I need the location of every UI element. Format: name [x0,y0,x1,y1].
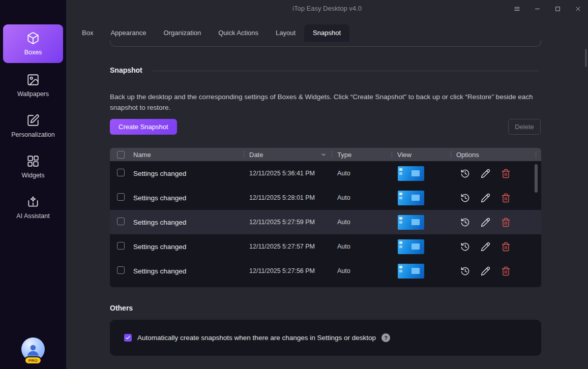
snapshot-thumbnail[interactable] [398,166,424,181]
row-name: Settings changed [133,243,249,251]
pencil-icon [481,242,490,252]
tab-bar: Box Appearance Organization Quick Action… [73,17,349,42]
delete-row-button[interactable] [500,217,511,228]
row-date: 12/11/2025 5:27:59 PM [249,219,337,226]
table-row[interactable]: Settings changed 12/11/2025 5:28:01 PM A… [110,186,541,210]
app-window: Boxes Wallpapers Personalization [0,0,588,369]
snapshot-thumbnail[interactable] [398,239,424,254]
auto-snapshot-label: Automatically create snapshots when ther… [137,334,376,342]
window-title: iTop Easy Desktop v4.0 [292,5,362,12]
maximize-icon [554,5,562,13]
titlebar: iTop Easy Desktop v4.0 [66,0,588,17]
row-name: Settings changed [133,267,249,275]
trash-icon [501,218,511,227]
minimize-icon [534,5,541,13]
edit-square-icon [26,114,40,127]
minimize-button[interactable] [527,0,547,17]
sidebar-item-widgets[interactable]: Widgets [3,147,63,186]
pencil-icon [481,169,490,178]
profile-area: PRO [0,337,66,361]
pencil-icon [481,266,490,276]
window-scrollbar-thumb[interactable] [585,49,587,67]
row-type: Auto [337,194,397,201]
tab-box[interactable]: Box [73,24,102,42]
edit-button[interactable] [480,192,491,203]
tab-layout[interactable]: Layout [267,24,304,42]
hamburger-icon [513,5,521,13]
delete-row-button[interactable] [500,192,511,203]
sidebar-item-label: Boxes [24,49,42,56]
restore-history-icon [460,266,470,276]
delete-row-button[interactable] [500,265,511,276]
snapshot-thumbnail[interactable] [398,191,424,205]
restore-button[interactable] [459,192,471,203]
row-checkbox[interactable] [117,169,125,176]
window-controls [507,0,588,17]
sidebar-item-ai-assistant[interactable]: AI Assistant [3,188,63,227]
sidebar-item-wallpapers[interactable]: Wallpapers [3,66,63,105]
restore-button[interactable] [459,168,471,179]
row-type: Auto [337,170,397,177]
table-row[interactable]: Settings changed 12/11/2025 5:27:57 PM A… [110,234,541,259]
restore-button[interactable] [459,217,471,228]
chevron-down-icon[interactable] [320,151,327,158]
row-date: 12/11/2025 5:28:01 PM [249,194,337,201]
others-panel: Automatically create snapshots when ther… [110,320,541,356]
snapshot-table: Name Date Type View Options Settings cha… [110,148,541,287]
sidebar-item-personalization[interactable]: Personalization [3,107,63,145]
snapshot-thumbnail[interactable] [398,264,424,279]
main-content: iTop Easy Desktop v4.0 Box [66,0,588,369]
table-row[interactable]: Settings changed 12/11/2025 5:27:59 PM A… [110,210,541,234]
edit-button[interactable] [480,241,491,252]
trash-icon [501,266,511,276]
restore-button[interactable] [459,241,471,252]
edit-button[interactable] [480,265,491,276]
edit-button[interactable] [480,168,491,179]
restore-history-icon [460,218,470,227]
row-date: 12/11/2025 5:36:41 PM [249,170,337,177]
tab-appearance[interactable]: Appearance [102,24,155,42]
box-icon [26,32,40,45]
row-date: 12/11/2025 5:27:56 PM [249,267,337,274]
table-scrollbar-thumb[interactable] [535,164,538,193]
snapshot-thumbnail[interactable] [398,215,424,230]
auto-snapshot-checkbox[interactable] [124,334,132,342]
image-icon [26,73,40,86]
sidebar-item-label: Wallpapers [17,90,49,98]
sidebar: Boxes Wallpapers Personalization [0,0,66,369]
sidebar-item-boxes[interactable]: Boxes [3,24,63,63]
row-type: Auto [337,267,397,274]
tab-quick-actions[interactable]: Quick Actions [210,24,267,42]
trash-icon [501,193,511,203]
header-type: Type [337,148,397,161]
ai-assistant-icon [26,195,40,208]
maximize-button[interactable] [547,0,568,17]
help-icon[interactable]: ? [381,333,390,342]
row-name: Settings changed [133,194,249,202]
row-checkbox[interactable] [117,242,125,250]
sidebar-item-label: AI Assistant [16,212,49,220]
delete-row-button[interactable] [500,241,511,252]
others-section-title: Others [110,304,133,312]
row-checkbox[interactable] [117,193,125,201]
restore-history-icon [460,242,470,252]
row-checkbox[interactable] [117,218,125,225]
previous-section-edge [110,40,541,47]
delete-button[interactable]: Delete [508,119,541,135]
tab-organization[interactable]: Organization [155,24,210,42]
delete-row-button[interactable] [500,168,511,179]
menu-button[interactable] [507,0,527,17]
close-button[interactable] [568,0,588,17]
header-name: Name [133,148,249,161]
select-all-checkbox[interactable] [117,151,125,159]
table-row[interactable]: Settings changed 12/11/2025 5:36:41 PM A… [110,161,541,186]
restore-button[interactable] [459,265,471,276]
trash-icon [501,242,511,252]
row-checkbox[interactable] [117,266,125,274]
edit-button[interactable] [480,217,491,228]
create-snapshot-button[interactable]: Create Snapshot [110,119,177,135]
user-avatar[interactable]: PRO [21,337,45,361]
table-row[interactable]: Settings changed 12/11/2025 5:27:56 PM A… [110,259,541,283]
header-date[interactable]: Date [249,148,337,161]
tab-snapshot[interactable]: Snapshot [304,24,349,42]
